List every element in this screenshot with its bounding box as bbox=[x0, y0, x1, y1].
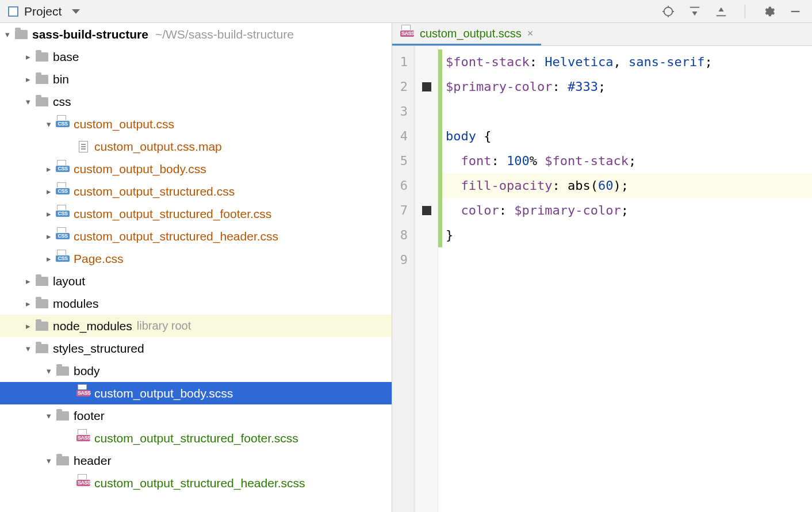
editor-tab[interactable]: SASS custom_output.scss × bbox=[392, 23, 541, 45]
target-icon[interactable] bbox=[661, 4, 676, 19]
tree-item[interactable]: ▾body bbox=[0, 360, 392, 382]
project-dropdown[interactable]: Project bbox=[5, 2, 83, 21]
css-file-icon: CSS bbox=[56, 121, 70, 127]
tree-item[interactable]: SASScustom_output_structured_footer.scss bbox=[0, 427, 392, 449]
tree-item[interactable]: custom_output.css.map bbox=[0, 135, 392, 158]
project-label: Project bbox=[24, 5, 62, 18]
svg-rect-7 bbox=[717, 15, 726, 16]
css-file-icon: CSS bbox=[56, 255, 70, 262]
folder-icon bbox=[36, 299, 48, 308]
tree-item[interactable]: ▸CSSPage.css bbox=[0, 247, 392, 270]
tree-item[interactable]: ▸node_moduleslibrary root bbox=[0, 315, 392, 337]
sass-file-icon: SASS bbox=[76, 435, 90, 441]
top-toolbar: Project bbox=[0, 0, 812, 23]
css-file-icon: CSS bbox=[56, 166, 70, 172]
chevron-down-icon bbox=[72, 9, 80, 14]
folder-icon bbox=[36, 75, 48, 84]
tree-item[interactable]: SASScustom_output_body.scss bbox=[0, 382, 392, 404]
tree-item[interactable]: ▸CSScustom_output_structured_footer.css bbox=[0, 202, 392, 225]
close-tab-icon[interactable]: × bbox=[527, 28, 534, 40]
project-icon bbox=[8, 6, 18, 17]
svg-marker-8 bbox=[718, 7, 723, 11]
color-swatch-icon[interactable] bbox=[422, 82, 431, 91]
tree-item[interactable]: ▾header bbox=[0, 449, 392, 472]
gutter-marks bbox=[415, 46, 438, 512]
collapse-all-icon[interactable] bbox=[714, 4, 729, 19]
folder-icon bbox=[36, 277, 48, 286]
project-tree[interactable]: ▾sass-build-structure~/WS/sass-build-str… bbox=[0, 23, 392, 512]
vcs-change-strip bbox=[438, 49, 442, 247]
editor-area: SASS custom_output.scss × 123456789 $fon… bbox=[392, 23, 812, 512]
main-split: ▾sass-build-structure~/WS/sass-build-str… bbox=[0, 23, 812, 512]
editor-body[interactable]: 123456789 $font-stack: Helvetica, sans-s… bbox=[392, 46, 812, 512]
svg-rect-5 bbox=[690, 6, 700, 7]
css-file-icon: CSS bbox=[56, 188, 70, 194]
tree-item[interactable]: ▸base bbox=[0, 45, 392, 68]
css-file-icon: CSS bbox=[56, 211, 70, 217]
toolbar-divider bbox=[745, 5, 745, 18]
svg-marker-6 bbox=[692, 12, 697, 16]
folder-icon bbox=[36, 52, 48, 62]
tree-item[interactable]: ▾css bbox=[0, 90, 392, 113]
toolbar-icons bbox=[661, 4, 807, 19]
tree-item[interactable]: ▾footer bbox=[0, 404, 392, 427]
project-sidebar: ▾sass-build-structure~/WS/sass-build-str… bbox=[0, 23, 392, 512]
sass-file-icon: SASS bbox=[76, 480, 90, 486]
tree-item[interactable]: ▸CSScustom_output_structured_header.css bbox=[0, 225, 392, 247]
tree-item[interactable]: ▸modules bbox=[0, 292, 392, 315]
minimize-icon[interactable] bbox=[788, 4, 803, 19]
tree-item[interactable]: ▸bin bbox=[0, 68, 392, 90]
gear-icon[interactable] bbox=[761, 4, 776, 19]
folder-icon bbox=[36, 344, 48, 353]
folder-icon bbox=[56, 411, 69, 421]
folder-icon bbox=[56, 366, 69, 376]
folder-icon bbox=[36, 322, 48, 331]
code-content[interactable]: $font-stack: Helvetica, sans-serif;$prim… bbox=[442, 46, 812, 512]
sass-file-icon: SASS bbox=[400, 30, 414, 37]
line-number-gutter: 123456789 bbox=[392, 46, 415, 512]
editor-tab-bar: SASS custom_output.scss × bbox=[392, 23, 812, 46]
change-strip-wrap bbox=[438, 46, 442, 512]
tree-item[interactable]: ▸CSScustom_output_body.css bbox=[0, 158, 392, 180]
file-icon bbox=[79, 141, 88, 152]
sass-file-icon: SASS bbox=[76, 390, 90, 396]
tree-item[interactable]: SASScustom_output_structured_header.scss bbox=[0, 472, 392, 494]
tree-root[interactable]: ▾sass-build-structure~/WS/sass-build-str… bbox=[0, 23, 392, 45]
folder-icon bbox=[56, 456, 69, 465]
tree-item[interactable]: ▾styles_structured bbox=[0, 337, 392, 360]
tree-item[interactable]: ▸CSScustom_output_structured.css bbox=[0, 180, 392, 202]
tree-item[interactable]: ▾CSScustom_output.css bbox=[0, 113, 392, 135]
expand-all-icon[interactable] bbox=[687, 4, 702, 19]
css-file-icon: CSS bbox=[56, 233, 70, 239]
svg-point-0 bbox=[664, 7, 673, 16]
folder-icon bbox=[36, 97, 48, 106]
tab-filename: custom_output.scss bbox=[420, 27, 522, 40]
tree-item[interactable]: ▸layout bbox=[0, 270, 392, 292]
color-swatch-icon[interactable] bbox=[422, 206, 431, 215]
